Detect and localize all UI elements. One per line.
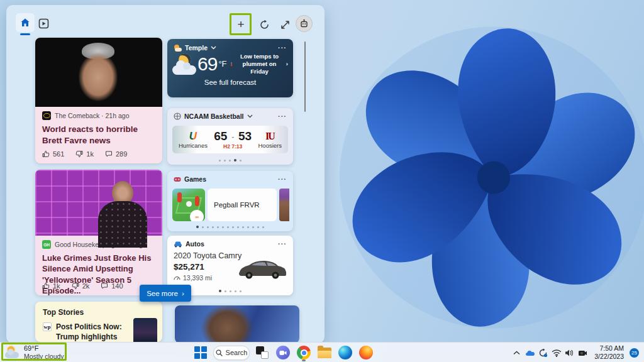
comments-button[interactable]: 289 xyxy=(105,150,127,158)
chevron-down-icon[interactable] xyxy=(211,46,216,50)
news-source-row: The Comeback · 21h ago xyxy=(42,111,155,120)
refresh-button[interactable] xyxy=(257,18,271,31)
sports-more-button[interactable]: ··· xyxy=(278,112,287,120)
games-title: Games xyxy=(184,175,206,183)
thumbs-down-icon xyxy=(72,282,79,290)
autos-title: Autos xyxy=(186,240,204,248)
media-play-icon xyxy=(38,18,49,29)
carousel-dots[interactable] xyxy=(167,159,293,162)
weather-more-button[interactable]: ··· xyxy=(278,44,287,52)
sports-widget[interactable]: NCAAM Basketball ··· U Hurricanes 65 - xyxy=(167,108,293,165)
taskbar-condition: Mostly cloudy xyxy=(24,353,64,361)
system-tray: 7:50 AM 3/22/2023 25 xyxy=(511,343,639,362)
onedrive-tray-button[interactable] xyxy=(525,345,535,360)
search-box[interactable]: Search xyxy=(213,346,250,360)
taskbar-center: Search xyxy=(192,343,374,362)
notification-badge[interactable]: 25 xyxy=(630,348,639,358)
search-icon xyxy=(216,349,223,356)
top-stories-thumbnail xyxy=(133,318,157,342)
moon-cloud-icon xyxy=(172,53,197,75)
active-tab-indicator xyxy=(20,33,30,35)
washington-post-logo: wp xyxy=(43,322,52,331)
hidden-icons-button[interactable] xyxy=(511,345,522,360)
task-view-icon xyxy=(256,346,269,359)
dislike-button[interactable]: 2k xyxy=(72,282,90,290)
chevron-down-icon[interactable] xyxy=(247,114,253,118)
taskbar-weather-widget[interactable]: 69°F Mostly cloudy xyxy=(5,344,64,361)
like-button[interactable]: 561 xyxy=(42,150,64,158)
home-icon xyxy=(20,18,30,28)
chevron-right-icon: › xyxy=(286,60,288,68)
miami-hurricanes-logo: U xyxy=(186,130,201,141)
weather-alert[interactable]: Low temps to plummet on Friday › xyxy=(230,53,288,75)
chevron-up-icon xyxy=(513,351,520,355)
dislike-button[interactable]: 1k xyxy=(75,150,94,158)
plus-icon: + xyxy=(237,18,244,31)
windows-logo-icon xyxy=(194,346,207,359)
wifi-tray-button[interactable] xyxy=(551,345,562,360)
weather-widget[interactable]: Temple ··· 69°F Low temps to plummet on … xyxy=(167,39,293,97)
basketball-icon xyxy=(174,112,181,120)
clock-time: 7:50 AM xyxy=(599,344,624,353)
add-widget-button[interactable]: + xyxy=(234,18,248,31)
odometer-icon xyxy=(174,275,180,281)
robot-avatar-icon xyxy=(299,19,309,28)
task-view-button[interactable] xyxy=(254,344,270,361)
tab-home[interactable] xyxy=(16,13,35,32)
windows-update-tray-button[interactable] xyxy=(538,345,548,360)
volume-tray-button[interactable] xyxy=(564,345,575,360)
weather-unit: °F xyxy=(218,59,226,69)
windows-bloom-artwork xyxy=(336,6,644,349)
expand-button[interactable] xyxy=(278,18,292,31)
tab-media[interactable] xyxy=(37,17,50,30)
chrome-button[interactable] xyxy=(296,344,312,361)
autos-more-button[interactable]: ··· xyxy=(278,240,287,248)
games-widget[interactable]: Games ··· ∞ Pegball FRVR xyxy=(167,171,293,231)
comments-button[interactable]: 140 xyxy=(101,282,123,290)
refresh-icon xyxy=(259,19,270,30)
vehicle-photo xyxy=(234,256,288,281)
svg-text:U: U xyxy=(189,130,197,141)
game-title-pill[interactable]: Pegball FRVR xyxy=(208,189,277,221)
start-button[interactable] xyxy=(192,344,209,361)
carousel-dots[interactable] xyxy=(167,226,293,228)
news-card-luke-grimes[interactable]: GH Good Housekeeping · 23m ago Luke Grim… xyxy=(35,170,162,295)
like-button[interactable]: 1k xyxy=(42,282,60,290)
onedrive-cloud-icon xyxy=(525,349,535,356)
expand-icon xyxy=(280,20,290,30)
panel-scrollbar[interactable] xyxy=(304,41,306,112)
away-score: 53 xyxy=(238,129,252,143)
scorecard[interactable]: U Hurricanes 65 - 53 H2 7:13 IU xyxy=(172,126,288,153)
sports-title: NCAAM Basketball xyxy=(184,112,244,120)
file-explorer-button[interactable] xyxy=(316,344,333,361)
weather-temp: 69 xyxy=(197,53,217,75)
teams-chat-button[interactable] xyxy=(275,344,291,361)
game-thumbnail[interactable]: ∞ xyxy=(172,189,205,221)
news-card-partial-image[interactable] xyxy=(175,305,299,343)
team-away: IU Hoosiers xyxy=(258,130,282,149)
wifi-icon xyxy=(552,349,562,357)
news-card-brett-favre[interactable]: The Comeback · 21h ago World reacts to h… xyxy=(35,38,162,163)
see-more-button[interactable]: See more › xyxy=(140,285,191,302)
game-thumbnail-next[interactable] xyxy=(279,189,289,221)
camera-tray-button[interactable] xyxy=(577,345,588,360)
news-headline: World reacts to horrible Brett Favre new… xyxy=(42,124,155,146)
top-stories-card[interactable]: Top Stories wp Post Politics Now: Trump … xyxy=(35,302,162,342)
source-favicon xyxy=(42,111,51,120)
frvr-logo: ∞ xyxy=(190,210,204,221)
see-full-forecast-link[interactable]: See full forecast xyxy=(167,79,293,86)
thumbs-up-icon xyxy=(42,282,50,290)
widgets-panel: + xyxy=(6,5,325,343)
weather-location: Temple xyxy=(185,44,208,52)
games-icon xyxy=(174,176,181,183)
team-home: U Hurricanes xyxy=(179,130,208,149)
edge-button[interactable] xyxy=(337,344,353,361)
car-icon xyxy=(174,241,182,248)
thermometer-icon xyxy=(230,60,233,69)
games-more-button[interactable]: ··· xyxy=(278,175,287,183)
home-score: 65 xyxy=(214,129,227,143)
clock[interactable]: 7:50 AM 3/22/2023 xyxy=(594,344,624,361)
taskbar: 69°F Mostly cloudy Search xyxy=(0,342,644,362)
firefox-button[interactable] xyxy=(358,344,374,361)
profile-avatar[interactable] xyxy=(296,15,313,32)
